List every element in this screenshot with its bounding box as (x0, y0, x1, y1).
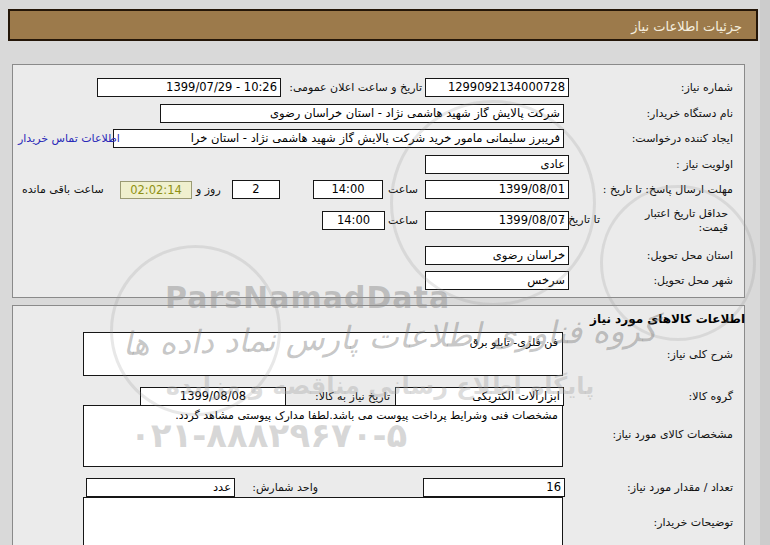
request-creator-field[interactable]: فریبرز سلیمانی مامور خرید شرکت پالایش گا… (113, 129, 564, 148)
need-number-field[interactable]: 1299092134000728 (425, 78, 569, 97)
need-description-area[interactable]: فن فلزی- تابلو برق (83, 332, 563, 376)
buyer-notes-area[interactable] (83, 497, 563, 545)
goods-group-label: گروه کالا: (689, 390, 733, 403)
page-title: جزئیات اطلاعات نیاز (8, 9, 758, 41)
quantity-field[interactable]: 16 (423, 478, 565, 497)
delivery-province-label: استان محل تحویل: (647, 249, 733, 262)
page-edge (760, 0, 770, 545)
buyer-notes-label: توضیحات خریدار: (654, 516, 734, 529)
need-number-label: شماره نیاز: (681, 81, 733, 94)
price-validity-label: حداقل تاریخ اعتبار قیمت: (618, 207, 728, 235)
goods-specs-label: مشخصات کالای مورد نیاز: (603, 428, 733, 442)
price-validity-time-field[interactable]: 14:00 (322, 211, 385, 230)
deadline-date-field[interactable]: 1399/08/01 (425, 180, 569, 199)
goods-group-field[interactable]: ابزارآلات الکتریکی (395, 387, 564, 406)
need-description-label: شرح کلی نیاز: (667, 348, 733, 361)
buyer-org-field[interactable]: شرکت پالایش گاز شهید هاشمی نژاد - استان … (160, 104, 564, 123)
request-creator-label: ایجاد کننده درخواست: (632, 132, 733, 145)
deadline-hour-label: ساعت (388, 183, 418, 196)
deadline-days-label: روز و (196, 183, 221, 196)
deadline-remaining-label: ساعت باقی مانده (22, 183, 104, 196)
deadline-countdown: 02:02:14 (120, 181, 192, 199)
goods-specs-area[interactable]: مشخصات فنی وشرایط پرداخت پیوست می باشد.ل… (83, 405, 563, 467)
buyer-org-label: نام دستگاه خریدار: (646, 107, 733, 120)
priority-label: اولویت نیاز : (676, 158, 733, 171)
quantity-label: تعداد / مقدار مورد نیاز: (627, 481, 733, 494)
announce-datetime-field[interactable]: 1399/07/29 - 10:26 (97, 78, 281, 97)
price-validity-until-label: تا تاریخ : (561, 213, 600, 226)
goods-info-header: اطلاعات کالاهای مورد نیاز (590, 312, 745, 326)
price-validity-hour-label: ساعت (388, 214, 418, 227)
announce-datetime-label: تاریخ و ساعت اعلان عمومی: (289, 81, 422, 94)
count-unit-field[interactable]: عدد (86, 478, 235, 497)
buyer-contact-link[interactable]: اطلاعات تماس خریدار (18, 132, 120, 145)
price-validity-date-field[interactable]: 1399/08/07 (425, 211, 569, 230)
goods-need-date-field[interactable]: 1399/08/08 (140, 387, 286, 406)
delivery-province-field[interactable]: خراسان رضوی (425, 246, 569, 265)
delivery-city-label: شهر محل تحویل: (653, 274, 733, 287)
goods-need-date-label: تاریخ نیاز به کالا: (315, 390, 390, 403)
count-unit-label: واحد شمارش: (252, 481, 318, 494)
priority-field[interactable]: عادی (425, 155, 569, 174)
deadline-time-field[interactable]: 14:00 (313, 180, 383, 199)
delivery-city-field[interactable]: سرخس (425, 271, 569, 290)
deadline-label: مهلت ارسال پاسخ: تا تاریخ : (603, 183, 733, 196)
page: جزئیات اطلاعات نیاز شماره نیاز: 12990921… (0, 0, 770, 545)
deadline-days-field[interactable]: 2 (232, 180, 280, 199)
